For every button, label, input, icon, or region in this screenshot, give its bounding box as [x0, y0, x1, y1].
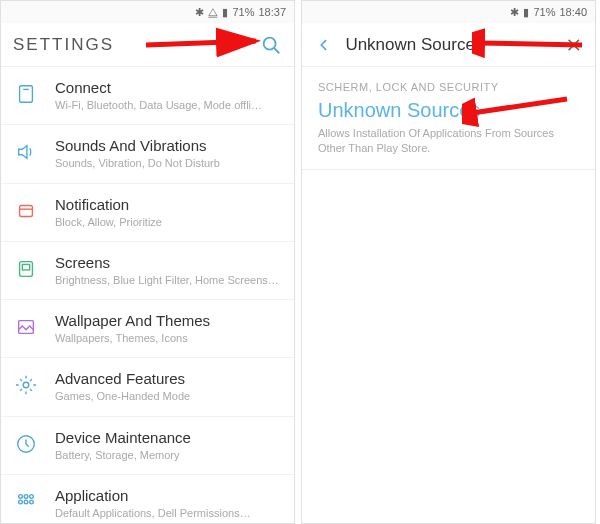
- svg-point-15: [24, 500, 28, 504]
- item-subtitle: Games, One-Handed Mode: [55, 389, 280, 403]
- item-subtitle: Wallpapers, Themes, Icons: [55, 331, 280, 345]
- signal-icon: ▮: [523, 6, 529, 19]
- item-subtitle: Sounds, Vibration, Do Not Disturb: [55, 156, 280, 170]
- svg-point-0: [264, 37, 276, 49]
- search-results: SCHERM, LOCK AND SECURITY Unknown Source…: [302, 67, 595, 523]
- result-subtitle: Allows Installation Of Applications From…: [302, 126, 595, 170]
- item-subtitle: Battery, Storage, Memory: [55, 448, 280, 462]
- svg-point-16: [30, 500, 34, 504]
- settings-item-connect[interactable]: ConnectWi-Fi, Bluetooth, Data Usage, Mod…: [1, 67, 294, 125]
- maintenance-icon: [15, 433, 37, 455]
- close-icon[interactable]: [565, 35, 583, 55]
- back-icon[interactable]: [314, 34, 333, 56]
- search-header: [302, 23, 595, 67]
- settings-list[interactable]: ConnectWi-Fi, Bluetooth, Data Usage, Mod…: [1, 67, 294, 523]
- result-category: SCHERM, LOCK AND SECURITY: [302, 67, 595, 99]
- svg-rect-2: [20, 86, 33, 103]
- signal-icon: ▮: [222, 6, 228, 19]
- settings-item-sound[interactable]: Sounds And VibrationsSounds, Vibration, …: [1, 125, 294, 183]
- svg-point-12: [24, 495, 28, 499]
- settings-item-screen[interactable]: ScreensBrightness, Blue Light Filter, Ho…: [1, 242, 294, 300]
- advanced-icon: [15, 374, 37, 396]
- bluetooth-icon: ✱: [510, 6, 519, 19]
- settings-item-maintenance[interactable]: Device MaintenanceBattery, Storage, Memo…: [1, 417, 294, 475]
- svg-line-1: [274, 48, 279, 53]
- status-bar: ✱ ▮ 71% 18:40: [302, 1, 595, 23]
- page-title: SETTINGS: [13, 35, 114, 55]
- item-title: Application: [55, 487, 280, 504]
- item-title: Device Maintenance: [55, 429, 280, 446]
- wifi-icon: ⧋: [208, 6, 218, 19]
- clock-text: 18:37: [258, 6, 286, 18]
- sound-icon: [15, 141, 37, 163]
- settings-item-notification[interactable]: NotificationBlock, Allow, Prioritize: [1, 184, 294, 242]
- item-title: Screens: [55, 254, 280, 271]
- settings-item-advanced[interactable]: Advanced FeaturesGames, One-Handed Mode: [1, 358, 294, 416]
- settings-header: SETTINGS: [1, 23, 294, 67]
- item-subtitle: Brightness, Blue Light Filter, Home Scre…: [55, 273, 280, 287]
- svg-rect-7: [22, 264, 29, 270]
- connect-icon: [15, 83, 37, 105]
- battery-text: 71%: [232, 6, 254, 18]
- screen-icon: [15, 258, 37, 280]
- apps-icon: [15, 491, 37, 513]
- bluetooth-icon: ✱: [195, 6, 204, 19]
- svg-point-14: [19, 500, 23, 504]
- svg-point-11: [19, 495, 23, 499]
- notification-icon: [15, 200, 37, 222]
- settings-screen: ✱ ⧋ ▮ 71% 18:37 SETTINGS ConnectWi-Fi, B…: [0, 0, 295, 524]
- item-subtitle: Block, Allow, Prioritize: [55, 215, 280, 229]
- item-title: Connect: [55, 79, 280, 96]
- svg-point-9: [23, 383, 29, 389]
- item-subtitle: Default Applications, Dell Permissions…: [55, 506, 280, 520]
- item-title: Advanced Features: [55, 370, 280, 387]
- item-title: Wallpaper And Themes: [55, 312, 280, 329]
- item-title: Sounds And Vibrations: [55, 137, 280, 154]
- settings-item-wallpaper[interactable]: Wallpaper And ThemesWallpapers, Themes, …: [1, 300, 294, 358]
- result-title[interactable]: Unknown Sources: [302, 99, 595, 126]
- wallpaper-icon: [15, 316, 37, 338]
- svg-rect-4: [20, 205, 33, 216]
- search-icon[interactable]: [260, 34, 282, 56]
- battery-text: 71%: [533, 6, 555, 18]
- search-input[interactable]: [345, 35, 557, 55]
- search-screen: ✱ ▮ 71% 18:40 SCHERM, LOCK AND SECURITY …: [301, 0, 596, 524]
- clock-text: 18:40: [559, 6, 587, 18]
- svg-point-13: [30, 495, 34, 499]
- status-bar: ✱ ⧋ ▮ 71% 18:37: [1, 1, 294, 23]
- item-subtitle: Wi-Fi, Bluetooth, Data Usage, Mode offli…: [55, 98, 280, 112]
- item-title: Notification: [55, 196, 280, 213]
- settings-item-apps[interactable]: ApplicationDefault Applications, Dell Pe…: [1, 475, 294, 523]
